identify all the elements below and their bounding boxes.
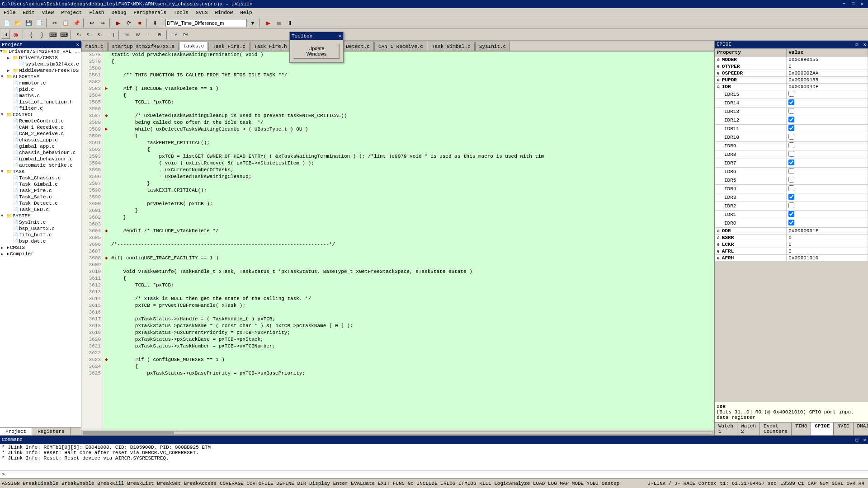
tree-item[interactable]: 📄Task_Gimbal.c xyxy=(0,181,81,188)
project-panel-close[interactable]: ✕ xyxy=(76,42,79,47)
tree-item[interactable]: 📄RemoteControl.c xyxy=(0,118,81,124)
watch-btn[interactable]: W xyxy=(133,30,143,40)
tree-item[interactable]: 📄system_stm32f4xx.c xyxy=(0,61,81,67)
step-over-btn[interactable]: S↓ xyxy=(74,30,84,40)
tb2-btn2[interactable]: ⊗ xyxy=(11,30,21,40)
regs-btn[interactable]: R xyxy=(155,30,165,40)
new-file-btn[interactable]: 📄 xyxy=(2,18,12,28)
stop-btn[interactable]: ■ xyxy=(135,18,145,28)
editor-tab[interactable]: CAN_1_Receive.c xyxy=(374,42,427,51)
tree-item[interactable]: ▼📁CONTROL xyxy=(0,112,81,118)
target-options-btn[interactable]: ▼ xyxy=(248,18,258,28)
tree-item[interactable]: ▶♦CMSIS xyxy=(0,244,81,251)
redo-btn[interactable]: ↪ xyxy=(98,18,108,28)
tree-item[interactable]: 📄CAN_2_Receive.c xyxy=(0,131,81,137)
cut-btn[interactable]: ✂ xyxy=(50,18,60,28)
paste-btn[interactable]: 📌 xyxy=(71,18,81,28)
editor-tab[interactable]: Task_Fire.h xyxy=(250,42,291,51)
tree-item[interactable]: 📄Task_LED.c xyxy=(0,206,81,213)
editor-tab[interactable]: startup_stm32f407xx.s xyxy=(108,42,179,51)
tree-item[interactable]: 📄Task_Safe.c xyxy=(0,194,81,200)
tree-item[interactable]: 📄list_of_function.h xyxy=(0,99,81,105)
debug-start-btn[interactable]: ▶ xyxy=(263,18,273,28)
step-in-btn[interactable]: S→ xyxy=(85,30,95,40)
menu-tools[interactable]: Tools xyxy=(170,9,192,16)
tree-item[interactable]: 📄SysInit.c xyxy=(0,219,81,225)
right-panel-checkbox[interactable]: ☑ xyxy=(855,42,859,47)
editor-tab[interactable]: Task_Fire.c xyxy=(208,42,250,51)
debug-stop-btn[interactable]: ◼ xyxy=(274,18,284,28)
right-bottom-tab[interactable]: DMA1 xyxy=(854,422,868,435)
editor-tab[interactable]: Task_Gimbal.c xyxy=(428,42,475,51)
menu-debug[interactable]: Debug xyxy=(108,9,130,16)
menu-window[interactable]: Window xyxy=(212,9,237,16)
editor-tab[interactable]: tasks.c xyxy=(179,42,208,51)
menu-edit[interactable]: Edit xyxy=(19,9,38,16)
menu-svcs[interactable]: SVCS xyxy=(192,9,211,16)
command-input[interactable] xyxy=(7,472,866,477)
right-bottom-tab[interactable]: TIM8 xyxy=(792,422,811,435)
rebuild-btn[interactable]: ⟳ xyxy=(124,18,134,28)
download-btn[interactable]: ⬇ xyxy=(150,18,160,28)
save-btn[interactable]: 💾 xyxy=(24,18,33,28)
tree-item[interactable]: 📄bsp_dwt.c xyxy=(0,238,81,244)
logic-btn[interactable]: LA xyxy=(170,30,180,40)
tree-item[interactable]: 📄rmmotor.c xyxy=(0,80,81,86)
tb2-btn5[interactable]: ⌨ xyxy=(48,30,58,40)
tree-item[interactable]: 📄chassis_behaviour.c xyxy=(0,150,81,156)
tb2-btn3[interactable]: { xyxy=(26,30,36,40)
tree-item[interactable]: 📄gimbal_app.c xyxy=(0,143,81,150)
right-bottom-tab[interactable]: Event Counters xyxy=(760,422,792,435)
maximize-button[interactable]: □ xyxy=(849,1,857,7)
update-windows-button[interactable]: Update Windows xyxy=(293,43,340,59)
toolbox-close[interactable]: ✕ xyxy=(338,33,341,39)
tree-item[interactable]: 📄CAN_1_Receive.c xyxy=(0,124,81,131)
save-all-btn[interactable]: 📑 xyxy=(34,18,44,28)
debug-pause-btn[interactable]: ⏸ xyxy=(285,18,295,28)
tree-item[interactable]: 📄chassis_app.c xyxy=(0,137,81,143)
tb2-btn4[interactable]: } xyxy=(37,30,47,40)
command-expand[interactable]: ⊞ xyxy=(855,437,859,443)
tb2-btn1[interactable]: d xyxy=(2,31,10,39)
menu-flash[interactable]: Flash xyxy=(85,9,108,16)
menu-view[interactable]: View xyxy=(38,9,57,16)
tree-item[interactable]: 📄Task_Detect.c xyxy=(0,200,81,206)
tree-item[interactable]: ▶📁Middlewares/FreeRTOS xyxy=(0,67,81,74)
menu-project[interactable]: Project xyxy=(57,9,85,16)
close-button[interactable]: ✕ xyxy=(858,1,866,7)
right-bottom-tab[interactable]: GPIOE xyxy=(811,422,834,435)
tree-item[interactable]: ▶📁Drivers/CMSIS xyxy=(0,55,81,61)
tree-item[interactable]: 📄fifo_buff.c xyxy=(0,232,81,238)
copy-btn[interactable]: 📋 xyxy=(61,18,71,28)
perf-btn[interactable]: PA xyxy=(181,30,191,40)
tree-item[interactable]: 📄maths.c xyxy=(0,93,81,99)
editor-tab[interactable]: SysInit.c xyxy=(475,42,510,51)
undo-btn[interactable]: ↩ xyxy=(87,18,97,28)
right-bottom-tab[interactable]: Watch 2 xyxy=(737,422,760,435)
tab-project[interactable]: Project xyxy=(0,428,32,435)
menu-file[interactable]: File xyxy=(0,9,19,16)
tree-item[interactable]: ▼📁SYSTEM xyxy=(0,213,81,219)
menu-peripherals[interactable]: Peripherals xyxy=(130,9,170,16)
editor-tab[interactable]: main.c xyxy=(81,42,108,51)
tree-item[interactable]: ▼📁ALGORITHM xyxy=(0,74,81,80)
step-out-btn[interactable]: S← xyxy=(96,30,106,40)
build-btn[interactable]: ▶ xyxy=(113,18,123,28)
run-to-cursor-btn[interactable]: →| xyxy=(107,30,117,40)
tree-item[interactable]: 📄pid.c xyxy=(0,86,81,93)
tree-item[interactable]: 📄gimbal_behaviour.c xyxy=(0,156,81,162)
command-close[interactable]: ✕ xyxy=(863,437,866,443)
tree-item[interactable]: 📄bsp_usart2.c xyxy=(0,225,81,232)
right-bottom-tab[interactable]: Watch 1 xyxy=(715,422,737,435)
tree-item[interactable]: 📄automatic_strike.c xyxy=(0,162,81,169)
mem-window-btn[interactable]: M xyxy=(122,30,132,40)
tree-item[interactable]: 📄Task_Chassis.c xyxy=(0,175,81,181)
target-select[interactable] xyxy=(165,19,247,27)
tree-item[interactable]: ▼📁TASK xyxy=(0,169,81,175)
tree-item[interactable]: ▼📁Drivers/STM32F4xx_HAL_... xyxy=(0,48,81,55)
open-btn[interactable]: 📂 xyxy=(13,18,23,28)
tab-registers[interactable]: Registers xyxy=(32,428,70,435)
tb2-btn6[interactable]: ⌨ xyxy=(59,30,69,40)
locals-btn[interactable]: L xyxy=(144,30,154,40)
tree-item[interactable]: ▶♦Compiler xyxy=(0,251,81,257)
